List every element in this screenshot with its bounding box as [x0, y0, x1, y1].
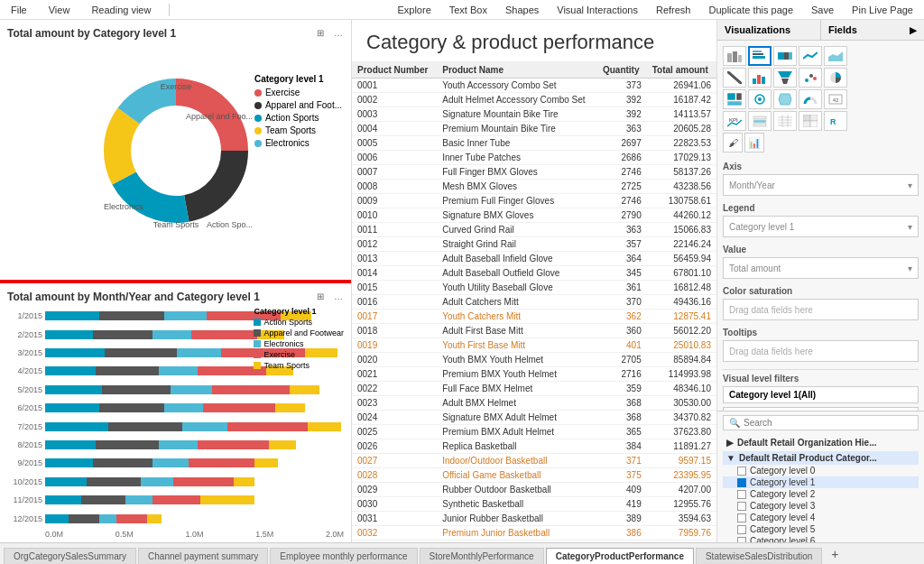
axis-dropdown-icon[interactable]: ▾ — [908, 180, 912, 190]
pin-live-page-btn[interactable]: Pin Live Page — [848, 3, 917, 17]
field-cat-level-2[interactable]: Category level 2 — [723, 488, 919, 500]
viz-card[interactable]: 42 — [824, 89, 847, 109]
viz-scatter[interactable] — [799, 68, 822, 88]
svg-text:Exercise: Exercise — [160, 82, 191, 91]
field-checkbox-4[interactable] — [737, 513, 746, 522]
visual-interactions-btn[interactable]: Visual Interactions — [553, 3, 642, 17]
tab-org-category[interactable]: OrgCategorySalesSummary — [4, 548, 136, 564]
viz-ribbon[interactable] — [723, 68, 746, 88]
tab-category-product[interactable]: CategoryProductPerformance — [546, 548, 694, 564]
field-cat-level-3[interactable]: Category level 3 — [723, 500, 919, 512]
left-panels: Total amount by Category level 1 ⊞ … — [0, 20, 352, 564]
seg-team — [147, 514, 162, 523]
seg-apparel — [93, 458, 152, 467]
field-group-org-label: Default Retail Organization Hie... — [737, 438, 876, 448]
viz-pie[interactable] — [824, 68, 847, 88]
tooltips-drop-zone[interactable]: Drag data fields here — [723, 340, 919, 362]
bar-chart-panel: Total amount by Month/Year and Category … — [0, 282, 351, 564]
viz-map[interactable] — [748, 89, 772, 109]
viz-analytics-btn[interactable]: 📊 — [744, 133, 764, 153]
seg-team — [269, 440, 296, 449]
legend-dropdown-icon[interactable]: ▾ — [908, 222, 912, 232]
panel-focus-btn[interactable]: ⊞ — [313, 25, 328, 40]
shapes-btn[interactable]: Shapes — [502, 3, 542, 17]
viz-line[interactable] — [799, 46, 822, 66]
field-checkbox-2[interactable] — [737, 490, 746, 499]
field-cat-level-5[interactable]: Category level 5 — [723, 523, 919, 535]
visualizations-tab[interactable]: Visualizations — [717, 20, 821, 40]
color-saturation-drop-zone[interactable]: Drag data fields here — [723, 299, 919, 320]
viz-format-btn[interactable]: 🖌 — [723, 133, 743, 153]
fields-search-box[interactable]: 🔍 — [723, 415, 919, 430]
viz-kpi[interactable]: KPI — [723, 111, 746, 131]
viz-row-2 — [723, 68, 919, 88]
viz-treemap[interactable] — [723, 89, 746, 109]
viz-slicer[interactable] — [748, 111, 772, 131]
fields-tab[interactable]: Fields ▶ — [821, 20, 924, 40]
legend-label-team: Team Sports — [265, 125, 316, 135]
table-row: 0005 Basic Inner Tube 2697 22823.53 — [352, 136, 716, 151]
cell-quantity: 364 — [597, 252, 647, 266]
viz-table[interactable] — [773, 111, 797, 131]
legend-drop-zone[interactable]: Category level 1 ▾ — [723, 216, 919, 237]
value-drop-zone[interactable]: Total amount ▾ — [723, 257, 919, 279]
svg-rect-12 — [727, 53, 732, 62]
seg-action — [45, 495, 81, 504]
field-checkbox-3[interactable] — [737, 502, 746, 511]
cell-total: 16187.42 — [647, 93, 716, 107]
viz-gauge[interactable] — [799, 89, 822, 109]
filter-item-cat[interactable]: Category level 1(All) — [723, 386, 919, 403]
legend-label-action: Action Sports — [265, 113, 319, 123]
data-table-container[interactable]: Product Number Product Name Quantity Tot… — [352, 62, 716, 564]
donut-chart-container: Exercise Apparel and Foo... Action Spo..… — [7, 43, 344, 260]
tab-employee-monthly[interactable]: Employee monthly performance — [270, 548, 417, 564]
svg-rect-51 — [803, 121, 810, 127]
viz-area[interactable] — [824, 46, 847, 66]
tab-channel-payment[interactable]: Channel payment summary — [138, 548, 268, 564]
text-box-btn[interactable]: Text Box — [446, 3, 491, 17]
panel-more-btn[interactable]: … — [331, 25, 346, 40]
explore-btn[interactable]: Explore — [393, 3, 434, 17]
viz-filled-map[interactable] — [773, 89, 797, 109]
tab-statewise[interactable]: StatewiseSalesDistribution — [696, 548, 822, 564]
viz-matrix[interactable] — [799, 111, 822, 131]
reading-view-btn[interactable]: Reading view — [88, 3, 154, 17]
viz-stacked-bar[interactable] — [723, 46, 746, 66]
viz-clustered-bar[interactable] — [748, 46, 772, 66]
value-dropdown-icon[interactable]: ▾ — [908, 264, 912, 273]
duplicate-page-btn[interactable]: Duplicate this page — [705, 3, 797, 17]
add-tab-button[interactable]: + — [824, 544, 845, 564]
field-group-product-header[interactable]: ▼ Default Retail Product Categor... — [723, 451, 919, 465]
field-checkbox-0[interactable] — [737, 467, 746, 476]
viz-funnel[interactable] — [773, 68, 797, 88]
table-row: 0030 Synthetic Basketball 419 12955.76 — [352, 497, 716, 512]
field-checkbox-1[interactable] — [737, 478, 746, 487]
field-cat-level-0[interactable]: Category level 0 — [723, 465, 919, 476]
table-row: 0024 Signature BMX Adult Helmet 368 3437… — [352, 411, 716, 425]
refresh-btn[interactable]: Refresh — [652, 3, 695, 17]
table-row: 0013 Adult Baseball Infield Glove 364 56… — [352, 252, 716, 266]
bar-label-action: Action Sports — [263, 318, 312, 327]
bar-focus-btn[interactable]: ⊞ — [313, 289, 328, 303]
viz-100pct-bar[interactable] — [773, 46, 797, 66]
save-btn[interactable]: Save — [808, 3, 837, 17]
view-menu[interactable]: View — [45, 3, 74, 17]
viz-r-visual[interactable]: R — [824, 111, 847, 131]
field-group-org-header[interactable]: ▶ Default Retail Organization Hie... — [723, 436, 919, 449]
cell-total: 37623.80 — [647, 425, 716, 439]
field-cat-level-1[interactable]: Category level 1 — [723, 476, 919, 488]
viz-waterfall[interactable] — [748, 68, 772, 88]
bar-row-5 — [45, 384, 344, 396]
field-checkbox-5[interactable] — [737, 525, 746, 534]
svg-marker-25 — [778, 71, 792, 78]
search-input[interactable] — [744, 418, 912, 428]
axis-axis-label: Axis — [723, 162, 919, 171]
legend-dot-action — [254, 115, 262, 122]
axis-drop-zone[interactable]: Month/Year ▾ — [723, 174, 919, 196]
bar-more-btn[interactable]: … — [331, 289, 346, 303]
legend-section: Legend Category level 1 ▾ — [723, 203, 919, 237]
file-menu[interactable]: File — [7, 3, 31, 17]
cell-product-name: Synthetic Basketball — [437, 497, 597, 512]
field-cat-level-4[interactable]: Category level 4 — [723, 512, 919, 523]
tab-store-monthly[interactable]: StoreMonthlyPerformance — [420, 548, 544, 564]
